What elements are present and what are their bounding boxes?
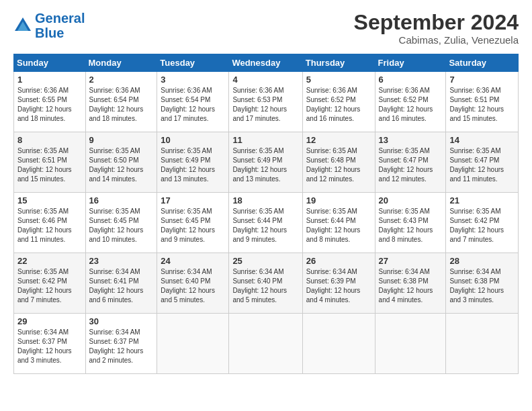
header-tuesday: Tuesday	[157, 54, 229, 72]
day-info: Sunrise: 6:36 AMSunset: 6:53 PMDaylight:…	[232, 87, 287, 122]
calendar-cell: 5 Sunrise: 6:36 AMSunset: 6:52 PMDayligh…	[302, 72, 375, 132]
day-number: 5	[306, 75, 371, 85]
calendar-cell: 4 Sunrise: 6:36 AMSunset: 6:53 PMDayligh…	[229, 72, 302, 132]
day-number: 30	[89, 316, 154, 326]
day-number: 4	[232, 75, 298, 85]
calendar-cell: 12 Sunrise: 6:35 AMSunset: 6:48 PMDaylig…	[302, 132, 375, 193]
day-number: 18	[232, 195, 298, 205]
day-number: 21	[449, 195, 515, 205]
day-number: 27	[379, 256, 443, 266]
day-info: Sunrise: 6:34 AMSunset: 6:37 PMDaylight:…	[17, 328, 72, 364]
day-number: 22	[17, 256, 82, 266]
calendar-cell	[375, 314, 446, 374]
day-info: Sunrise: 6:35 AMSunset: 6:44 PMDaylight:…	[306, 208, 361, 243]
calendar-cell: 30 Sunrise: 6:34 AMSunset: 6:37 PMDaylig…	[85, 314, 157, 374]
calendar-cell: 9 Sunrise: 6:35 AMSunset: 6:50 PMDayligh…	[85, 132, 157, 193]
day-info: Sunrise: 6:35 AMSunset: 6:48 PMDaylight:…	[306, 147, 361, 183]
logo-text: GeneralBlue	[35, 11, 85, 40]
header-saturday: Saturday	[446, 54, 519, 72]
calendar-cell: 2 Sunrise: 6:36 AMSunset: 6:54 PMDayligh…	[85, 72, 157, 132]
day-number: 28	[449, 256, 515, 266]
calendar-table: Sunday Monday Tuesday Wednesday Thursday…	[13, 54, 519, 374]
calendar-cell: 17 Sunrise: 6:35 AMSunset: 6:45 PMDaylig…	[157, 193, 229, 253]
calendar-cell: 19 Sunrise: 6:35 AMSunset: 6:44 PMDaylig…	[302, 193, 375, 253]
calendar-cell: 24 Sunrise: 6:34 AMSunset: 6:40 PMDaylig…	[157, 253, 229, 314]
calendar-cell: 13 Sunrise: 6:35 AMSunset: 6:47 PMDaylig…	[375, 132, 446, 193]
calendar-cell: 11 Sunrise: 6:35 AMSunset: 6:49 PMDaylig…	[229, 132, 302, 193]
calendar-cell: 20 Sunrise: 6:35 AMSunset: 6:43 PMDaylig…	[375, 193, 446, 253]
day-info: Sunrise: 6:35 AMSunset: 6:46 PMDaylight:…	[17, 208, 72, 243]
calendar-week-5: 29 Sunrise: 6:34 AMSunset: 6:37 PMDaylig…	[14, 314, 519, 374]
day-info: Sunrise: 6:35 AMSunset: 6:45 PMDaylight:…	[89, 208, 144, 243]
calendar-cell	[446, 314, 519, 374]
month-title: September 2024	[354, 11, 519, 34]
day-info: Sunrise: 6:34 AMSunset: 6:41 PMDaylight:…	[89, 268, 144, 304]
day-info: Sunrise: 6:36 AMSunset: 6:55 PMDaylight:…	[17, 87, 72, 122]
calendar-cell: 22 Sunrise: 6:35 AMSunset: 6:42 PMDaylig…	[14, 253, 86, 314]
header-thursday: Thursday	[302, 54, 375, 72]
day-info: Sunrise: 6:36 AMSunset: 6:54 PMDaylight:…	[89, 87, 144, 122]
calendar-week-4: 22 Sunrise: 6:35 AMSunset: 6:42 PMDaylig…	[14, 253, 519, 314]
calendar-cell: 3 Sunrise: 6:36 AMSunset: 6:54 PMDayligh…	[157, 72, 229, 132]
calendar-cell: 8 Sunrise: 6:35 AMSunset: 6:51 PMDayligh…	[14, 132, 86, 193]
calendar-cell: 18 Sunrise: 6:35 AMSunset: 6:44 PMDaylig…	[229, 193, 302, 253]
calendar-cell: 29 Sunrise: 6:34 AMSunset: 6:37 PMDaylig…	[14, 314, 86, 374]
day-number: 23	[89, 256, 154, 266]
day-info: Sunrise: 6:36 AMSunset: 6:51 PMDaylight:…	[449, 87, 504, 122]
day-number: 10	[161, 135, 225, 145]
calendar-cell: 28 Sunrise: 6:34 AMSunset: 6:38 PMDaylig…	[446, 253, 519, 314]
calendar-cell: 6 Sunrise: 6:36 AMSunset: 6:52 PMDayligh…	[375, 72, 446, 132]
day-info: Sunrise: 6:35 AMSunset: 6:42 PMDaylight:…	[449, 208, 504, 243]
logo-icon	[13, 16, 32, 35]
calendar-cell: 23 Sunrise: 6:34 AMSunset: 6:41 PMDaylig…	[85, 253, 157, 314]
calendar-cell: 26 Sunrise: 6:34 AMSunset: 6:39 PMDaylig…	[302, 253, 375, 314]
calendar-cell: 15 Sunrise: 6:35 AMSunset: 6:46 PMDaylig…	[14, 193, 86, 253]
calendar-cell	[229, 314, 302, 374]
day-info: Sunrise: 6:35 AMSunset: 6:49 PMDaylight:…	[161, 147, 215, 183]
calendar-cell	[157, 314, 229, 374]
day-number: 24	[161, 256, 225, 266]
day-number: 6	[379, 75, 443, 85]
day-number: 19	[306, 195, 371, 205]
day-number: 25	[232, 256, 298, 266]
day-number: 2	[89, 75, 154, 85]
day-number: 14	[449, 135, 515, 145]
calendar-cell: 14 Sunrise: 6:35 AMSunset: 6:47 PMDaylig…	[446, 132, 519, 193]
day-info: Sunrise: 6:35 AMSunset: 6:47 PMDaylight:…	[449, 147, 504, 183]
day-info: Sunrise: 6:35 AMSunset: 6:47 PMDaylight:…	[379, 147, 433, 183]
day-info: Sunrise: 6:35 AMSunset: 6:49 PMDaylight:…	[232, 147, 287, 183]
day-info: Sunrise: 6:35 AMSunset: 6:43 PMDaylight:…	[379, 208, 433, 243]
calendar-cell: 7 Sunrise: 6:36 AMSunset: 6:51 PMDayligh…	[446, 72, 519, 132]
day-info: Sunrise: 6:35 AMSunset: 6:50 PMDaylight:…	[89, 147, 144, 183]
day-info: Sunrise: 6:34 AMSunset: 6:39 PMDaylight:…	[306, 268, 361, 304]
day-info: Sunrise: 6:34 AMSunset: 6:38 PMDaylight:…	[449, 268, 504, 304]
day-info: Sunrise: 6:34 AMSunset: 6:37 PMDaylight:…	[89, 328, 144, 364]
day-number: 12	[306, 135, 371, 145]
title-block: September 2024 Cabimas, Zulia, Venezuela	[354, 11, 519, 46]
calendar-cell: 27 Sunrise: 6:34 AMSunset: 6:38 PMDaylig…	[375, 253, 446, 314]
day-info: Sunrise: 6:34 AMSunset: 6:40 PMDaylight:…	[232, 268, 287, 304]
day-number: 1	[17, 75, 82, 85]
weekday-header-row: Sunday Monday Tuesday Wednesday Thursday…	[14, 54, 519, 72]
calendar-week-3: 15 Sunrise: 6:35 AMSunset: 6:46 PMDaylig…	[14, 193, 519, 253]
calendar-week-1: 1 Sunrise: 6:36 AMSunset: 6:55 PMDayligh…	[14, 72, 519, 132]
day-number: 15	[17, 195, 82, 205]
day-number: 9	[89, 135, 154, 145]
day-number: 29	[17, 316, 82, 326]
logo: GeneralBlue	[13, 11, 85, 40]
day-number: 11	[232, 135, 298, 145]
day-number: 13	[379, 135, 443, 145]
calendar-cell: 25 Sunrise: 6:34 AMSunset: 6:40 PMDaylig…	[229, 253, 302, 314]
header-sunday: Sunday	[14, 54, 86, 72]
header: GeneralBlue September 2024 Cabimas, Zuli…	[13, 11, 519, 46]
day-number: 16	[89, 195, 154, 205]
day-info: Sunrise: 6:36 AMSunset: 6:52 PMDaylight:…	[379, 87, 433, 122]
calendar-cell	[302, 314, 375, 374]
header-friday: Friday	[375, 54, 446, 72]
day-info: Sunrise: 6:35 AMSunset: 6:42 PMDaylight:…	[17, 268, 72, 304]
day-number: 17	[161, 195, 225, 205]
day-info: Sunrise: 6:35 AMSunset: 6:51 PMDaylight:…	[17, 147, 72, 183]
day-info: Sunrise: 6:34 AMSunset: 6:40 PMDaylight:…	[161, 268, 215, 304]
day-number: 8	[17, 135, 82, 145]
header-monday: Monday	[85, 54, 157, 72]
